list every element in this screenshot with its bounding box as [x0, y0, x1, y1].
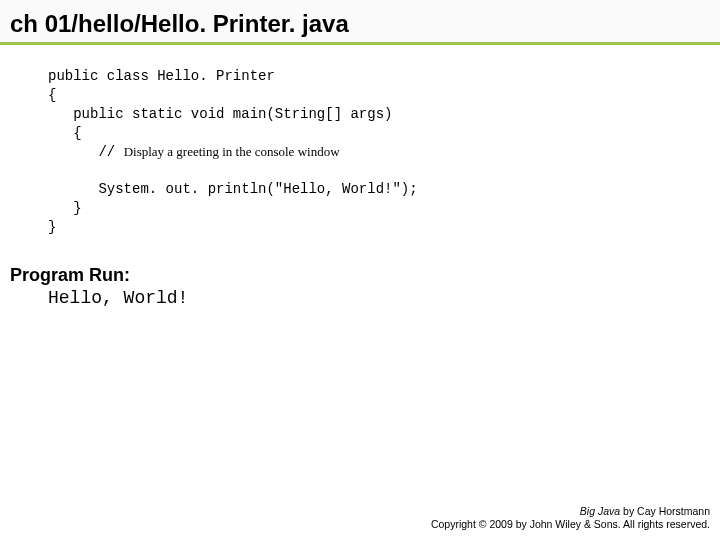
code-line: public static void main(String[] args)	[48, 106, 392, 122]
code-line: System. out. println("Hello, World!");	[48, 181, 418, 197]
comment-text: Display a greeting in the console window	[124, 144, 340, 159]
program-run-label: Program Run:	[0, 237, 720, 288]
footer-copyright: Copyright © 2009 by John Wiley & Sons. A…	[431, 518, 710, 532]
book-title: Big Java	[580, 505, 620, 517]
footer-line-1: Big Java by Cay Horstmann	[431, 505, 710, 519]
footer-author: by Cay Horstmann	[620, 505, 710, 517]
code-block: public class Hello. Printer { public sta…	[0, 45, 720, 237]
program-run-output: Hello, World!	[0, 288, 720, 308]
code-line: public class Hello. Printer	[48, 68, 275, 84]
code-line: }	[48, 219, 56, 235]
code-comment-line: // Display a greeting in the console win…	[48, 144, 340, 160]
comment-slashes: //	[48, 144, 124, 160]
slide-title: ch 01/hello/Hello. Printer. java	[0, 0, 720, 45]
footer: Big Java by Cay Horstmann Copyright © 20…	[431, 505, 710, 532]
code-line: }	[48, 200, 82, 216]
code-line: {	[48, 125, 82, 141]
code-line: {	[48, 87, 56, 103]
